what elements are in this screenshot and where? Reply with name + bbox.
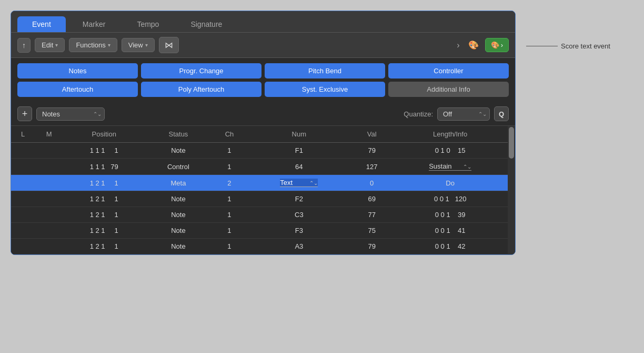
snap-button[interactable]: ⋈ — [159, 37, 179, 53]
ch-val: 2 — [212, 175, 247, 191]
event-table: L M Position Status Ch Num Val Length/In… — [11, 126, 508, 254]
green-palette-button[interactable]: 🎨 › — [485, 38, 509, 52]
ch-val: 1 — [212, 159, 247, 175]
col-m-val — [35, 175, 63, 191]
col-m-val — [35, 191, 63, 207]
status-val: Meta — [145, 175, 212, 191]
quantize-label: Quantize: — [404, 110, 433, 118]
tab-event[interactable]: Event — [17, 16, 66, 32]
filter-controller[interactable]: Controller — [388, 63, 509, 79]
annotation-line — [526, 46, 558, 46]
back-button[interactable]: ↑ — [17, 38, 31, 53]
table-row[interactable]: 1 2 1 1 Note 1 F2 69 0 0 1 120 — [11, 191, 508, 207]
position-val: 1 1 1 1 — [63, 143, 145, 159]
view-button[interactable]: View ▾ — [122, 38, 155, 52]
tab-bar: Event Marker Tempo Signature — [11, 11, 515, 33]
sustain-select[interactable]: Sustain Expression Modulation — [429, 162, 471, 171]
ch-val: 1 — [212, 239, 247, 254]
val-val: 127 — [351, 159, 393, 175]
edit-button[interactable]: Edit ▾ — [35, 38, 65, 52]
q-button[interactable]: Q — [494, 106, 509, 121]
col-m-val — [35, 143, 63, 159]
table-row[interactable]: 1 2 1 1 Note 1 F3 75 0 0 1 41 — [11, 223, 508, 239]
table-row[interactable]: 1 2 1 1 Note 1 A3 79 0 0 1 42 — [11, 239, 508, 254]
table-row[interactable]: 1 2 1 1 Note 1 C3 77 0 0 1 39 — [11, 207, 508, 223]
length-val: 0 0 1 42 — [393, 239, 508, 254]
text-type-select[interactable]: Text Lyric Copyright — [280, 179, 318, 187]
num-val: 64 — [247, 159, 351, 175]
length-val: Sustain Expression Modulation — [393, 159, 508, 175]
filter-additional-info[interactable]: Additional Info — [388, 82, 509, 97]
num-val: Text Lyric Copyright — [247, 175, 351, 191]
position-val: 1 2 1 1 — [63, 175, 145, 191]
scroll-thumb[interactable] — [509, 127, 514, 159]
ch-val: 1 — [212, 143, 247, 159]
sustain-wrapper: Sustain Expression Modulation — [429, 162, 471, 171]
col-l-val — [11, 239, 35, 254]
col-m-val — [35, 239, 63, 254]
table-header: L M Position Status Ch Num Val Length/In… — [11, 126, 508, 143]
position-val: 1 2 1 1 — [63, 239, 145, 254]
tab-tempo[interactable]: Tempo — [122, 16, 174, 32]
col-length-info: Length/Info — [393, 126, 508, 143]
col-l-val — [11, 175, 35, 191]
length-val: 0 0 1 41 — [393, 223, 508, 239]
filter-aftertouch[interactable]: Aftertouch — [17, 82, 138, 97]
position-val: 1 2 1 1 — [63, 191, 145, 207]
table-row[interactable]: 1 1 1 1 Note 1 F1 79 0 1 0 15 — [11, 143, 508, 159]
col-m-val — [35, 159, 63, 175]
status-val: Note — [145, 223, 212, 239]
num-val: F2 — [247, 191, 351, 207]
col-position: Position — [63, 126, 145, 143]
event-rows: 1 1 1 1 Note 1 F1 79 0 1 0 15 1 1 — [11, 143, 508, 254]
filter-notes[interactable]: Notes — [17, 63, 138, 79]
table-row-selected[interactable]: 1 2 1 1 Meta 2 Text Lyric Copyright — [11, 175, 508, 191]
val-val: 75 — [351, 223, 393, 239]
length-val: 0 0 1 39 — [393, 207, 508, 223]
col-status: Status — [145, 126, 212, 143]
length-val: 0 1 0 15 — [393, 143, 508, 159]
edit-arrow: ▾ — [55, 42, 58, 48]
notes-type-select[interactable]: Notes All — [36, 107, 105, 121]
col-val: Val — [351, 126, 393, 143]
view-arrow: ▾ — [145, 42, 148, 48]
position-val: 1 1 1 79 — [63, 159, 145, 175]
text-select-wrapper: Text Lyric Copyright — [280, 179, 318, 187]
annotation-text: Score text event — [561, 42, 610, 50]
green-palette-icon: 🎨 — [491, 41, 499, 49]
quantize-wrapper: Off 1/4 1/8 1/16 — [437, 107, 490, 121]
val-val: 0 — [351, 175, 393, 191]
filter-bar: Notes Progr. Change Pitch Bend Controlle… — [11, 58, 515, 102]
quantize-select[interactable]: Off 1/4 1/8 1/16 — [437, 107, 490, 121]
col-l-val — [11, 143, 35, 159]
length-val: 0 0 1 120 — [393, 191, 508, 207]
status-val: Note — [145, 207, 212, 223]
status-val: Note — [145, 239, 212, 254]
scrollbar[interactable] — [508, 126, 515, 254]
tab-marker[interactable]: Marker — [68, 16, 120, 32]
add-event-button[interactable]: + — [17, 106, 32, 121]
functions-arrow: ▾ — [108, 42, 110, 48]
filter-progr-change[interactable]: Progr. Change — [141, 63, 261, 79]
position-val: 1 2 1 1 — [63, 207, 145, 223]
ch-val: 1 — [212, 207, 247, 223]
ch-val: 1 — [212, 223, 247, 239]
table-row[interactable]: 1 1 1 79 Control 1 64 127 Sustain Expres… — [11, 159, 508, 175]
status-val: Note — [145, 143, 212, 159]
col-l-val — [11, 191, 35, 207]
filter-poly-aftertouch[interactable]: Poly Aftertouch — [141, 82, 261, 97]
palette-icon-button[interactable]: 🎨 — [466, 38, 481, 52]
filter-pitch-bend[interactable]: Pitch Bend — [265, 63, 385, 79]
view-label: View — [128, 41, 143, 49]
tab-signature[interactable]: Signature — [176, 16, 237, 32]
col-num: Num — [247, 126, 351, 143]
annotation: Score text event — [526, 42, 610, 50]
col-l-val — [11, 159, 35, 175]
edit-label: Edit — [42, 41, 53, 49]
arrow-icon-button[interactable]: › — [455, 38, 461, 52]
col-ch: Ch — [212, 126, 247, 143]
filter-syst-exclusive[interactable]: Syst. Exclusive — [265, 82, 385, 97]
col-m-val — [35, 207, 63, 223]
notes-type-wrapper: Notes All — [36, 107, 105, 121]
functions-button[interactable]: Functions ▾ — [69, 38, 117, 52]
